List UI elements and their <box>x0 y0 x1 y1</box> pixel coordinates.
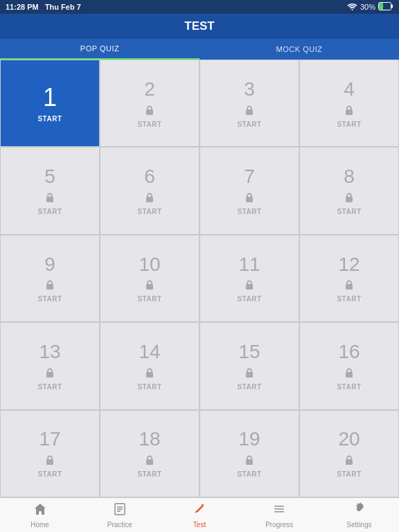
quiz-cell-lock-icon-10 <box>145 279 154 292</box>
quiz-cell-lock-icon-9 <box>45 279 55 292</box>
quiz-cell-start-5: START <box>37 208 62 215</box>
page-title: TEST <box>184 19 214 33</box>
quiz-cell-number-1: 1 <box>43 84 57 112</box>
svg-rect-6 <box>246 109 253 115</box>
quiz-cell-start-14: START <box>137 383 161 391</box>
quiz-cell-lock-icon-18 <box>145 454 154 468</box>
quiz-cell-number-17: 17 <box>39 429 60 450</box>
svg-rect-9 <box>146 197 153 202</box>
nav-practice[interactable]: Practice <box>80 498 159 532</box>
svg-rect-21 <box>146 459 153 465</box>
quiz-cell-start-2: START <box>137 121 161 128</box>
svg-rect-18 <box>246 372 253 378</box>
battery-icon <box>378 2 393 12</box>
quiz-cell-19[interactable]: 19 START <box>200 410 299 497</box>
page-header: TEST <box>0 14 399 39</box>
svg-rect-16 <box>46 372 53 378</box>
quiz-cell-11[interactable]: 11 START <box>200 235 299 322</box>
bottom-nav-bar: HomePracticeTestProgressSettings <box>0 497 399 532</box>
quiz-cell-3[interactable]: 3 START <box>200 60 299 147</box>
quiz-cell-20[interactable]: 20 START <box>299 410 399 497</box>
quiz-cell-start-20: START <box>337 470 361 478</box>
quiz-cell-18[interactable]: 18 START <box>100 410 200 497</box>
quiz-cell-5[interactable]: 5 START <box>0 147 100 234</box>
quiz-cell-12[interactable]: 12 START <box>299 235 399 322</box>
svg-rect-8 <box>46 197 53 202</box>
quiz-cell-lock-icon-14 <box>145 367 154 380</box>
quiz-cell-lock-icon-7 <box>245 192 254 205</box>
quiz-cell-9[interactable]: 9 START <box>0 235 100 322</box>
svg-rect-23 <box>346 459 353 465</box>
quiz-cell-number-8: 8 <box>344 166 355 188</box>
quiz-cell-14[interactable]: 14 START <box>100 322 200 409</box>
svg-rect-19 <box>346 372 353 378</box>
quiz-cell-start-10: START <box>137 295 161 303</box>
quiz-cell-lock-icon-3 <box>245 105 254 118</box>
battery-text: 30% <box>360 3 375 11</box>
status-bar: 11:28 PM Thu Feb 7 30% <box>0 0 399 14</box>
status-time-date: 11:28 PM Thu Feb 7 <box>6 3 81 11</box>
svg-rect-20 <box>46 459 53 465</box>
quiz-cell-number-11: 11 <box>238 254 260 276</box>
quiz-cell-6[interactable]: 6 START <box>100 147 200 234</box>
quiz-cell-2[interactable]: 2 START <box>100 60 200 147</box>
quiz-cell-start-1: START <box>37 115 62 123</box>
svg-rect-28 <box>274 506 284 507</box>
quiz-cell-start-18: START <box>137 470 161 478</box>
quiz-cell-number-18: 18 <box>139 429 160 450</box>
nav-progress[interactable]: Progress <box>240 498 319 532</box>
nav-settings-label: Settings <box>346 521 371 529</box>
nav-test[interactable]: Test <box>159 498 239 532</box>
quiz-cell-lock-icon-2 <box>145 105 154 118</box>
svg-rect-7 <box>346 109 353 115</box>
quiz-cell-4[interactable]: 4 START <box>299 60 399 147</box>
svg-rect-11 <box>346 197 353 202</box>
nav-practice-icon <box>113 502 127 520</box>
quiz-cell-start-12: START <box>337 295 361 303</box>
quiz-cell-1[interactable]: 1START <box>0 60 100 147</box>
nav-progress-label: Progress <box>265 521 293 529</box>
wifi-icon <box>347 3 357 12</box>
quiz-cell-16[interactable]: 16 START <box>299 322 399 409</box>
quiz-cell-lock-icon-19 <box>245 454 254 468</box>
svg-rect-10 <box>246 197 253 202</box>
quiz-cell-start-15: START <box>237 383 261 391</box>
quiz-cell-15[interactable]: 15 START <box>200 322 299 409</box>
quiz-cell-number-13: 13 <box>39 342 60 363</box>
svg-rect-13 <box>146 284 153 290</box>
quiz-cell-number-15: 15 <box>238 342 260 363</box>
status-icons: 30% <box>347 2 393 12</box>
svg-rect-15 <box>346 284 353 290</box>
quiz-cell-lock-icon-4 <box>344 105 354 118</box>
quiz-cell-start-11: START <box>237 295 261 303</box>
quiz-grid: 1START2 START3 START4 START5 START6 STAR… <box>0 60 399 497</box>
quiz-cell-lock-icon-13 <box>45 367 55 380</box>
svg-rect-30 <box>274 511 284 513</box>
quiz-cell-lock-icon-8 <box>344 192 354 205</box>
quiz-cell-lock-icon-11 <box>245 279 254 292</box>
quiz-cell-start-7: START <box>237 208 261 215</box>
quiz-cell-start-8: START <box>337 208 361 215</box>
quiz-cell-13[interactable]: 13 START <box>0 322 100 409</box>
quiz-cell-10[interactable]: 10 START <box>100 235 200 322</box>
quiz-cell-start-13: START <box>37 383 62 391</box>
quiz-cell-number-5: 5 <box>44 166 55 188</box>
top-tab-bar: POP QUIZ MOCK QUIZ <box>0 39 399 60</box>
quiz-cell-number-4: 4 <box>344 79 355 100</box>
quiz-cell-start-3: START <box>237 121 261 128</box>
tab-mock-quiz[interactable]: MOCK QUIZ <box>200 39 399 60</box>
nav-settings[interactable]: Settings <box>319 498 399 532</box>
nav-home-label: Home <box>30 521 49 529</box>
quiz-cell-lock-icon-6 <box>145 192 154 205</box>
quiz-cell-number-14: 14 <box>139 342 160 363</box>
quiz-cell-number-9: 9 <box>44 254 55 276</box>
tab-pop-quiz[interactable]: POP QUIZ <box>0 39 200 60</box>
nav-home[interactable]: Home <box>0 498 80 532</box>
quiz-cell-17[interactable]: 17 START <box>0 410 100 497</box>
svg-rect-29 <box>274 508 284 510</box>
quiz-cell-8[interactable]: 8 START <box>299 147 399 234</box>
quiz-cell-start-19: START <box>237 470 261 478</box>
svg-rect-12 <box>46 284 53 290</box>
svg-rect-4 <box>380 3 383 10</box>
quiz-cell-7[interactable]: 7 START <box>200 147 299 234</box>
